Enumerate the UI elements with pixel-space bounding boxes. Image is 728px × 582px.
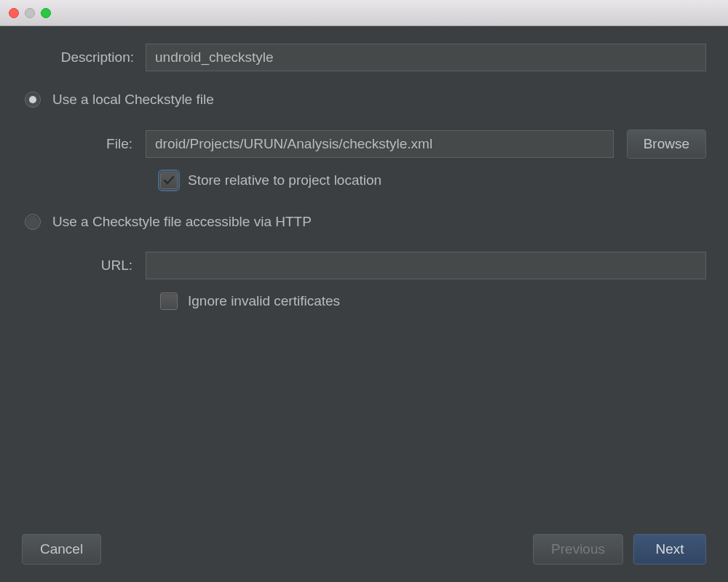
file-row: File: Browse [22,129,706,159]
checkmark-icon [162,174,175,187]
store-relative-checkbox[interactable] [160,172,178,189]
previous-button: Previous [533,534,623,565]
file-input[interactable] [146,130,614,158]
close-icon[interactable] [9,8,19,18]
next-button[interactable]: Next [633,534,706,565]
url-input[interactable] [146,252,706,279]
radio-http-row[interactable]: Use a Checkstyle file accessible via HTT… [22,214,706,230]
maximize-icon[interactable] [41,8,51,18]
store-relative-label: Store relative to project location [188,172,381,188]
file-label: File: [51,136,146,152]
titlebar [0,0,728,26]
ignore-certs-label: Ignore invalid certificates [188,293,340,309]
description-label: Description: [22,49,146,65]
radio-local[interactable] [25,92,41,108]
description-input[interactable] [146,44,706,71]
url-label: URL: [51,258,146,274]
ignore-certs-row: Ignore invalid certificates [22,292,706,310]
radio-local-row[interactable]: Use a local Checkstyle file [22,92,706,108]
radio-http-label: Use a Checkstyle file accessible via HTT… [52,214,312,230]
browse-button[interactable]: Browse [627,129,706,159]
cancel-button[interactable]: Cancel [22,534,101,565]
description-row: Description: [22,44,706,71]
button-row: Cancel Previous Next [22,519,706,565]
radio-http[interactable] [25,214,41,230]
ignore-certs-checkbox[interactable] [160,292,178,310]
store-relative-row: Store relative to project location [22,172,706,189]
dialog-content: Description: Use a local Checkstyle file… [0,26,728,582]
url-row: URL: [22,252,706,279]
radio-local-label: Use a local Checkstyle file [52,92,214,108]
dialog-window: Description: Use a local Checkstyle file… [0,0,728,582]
minimize-icon[interactable] [25,8,35,18]
